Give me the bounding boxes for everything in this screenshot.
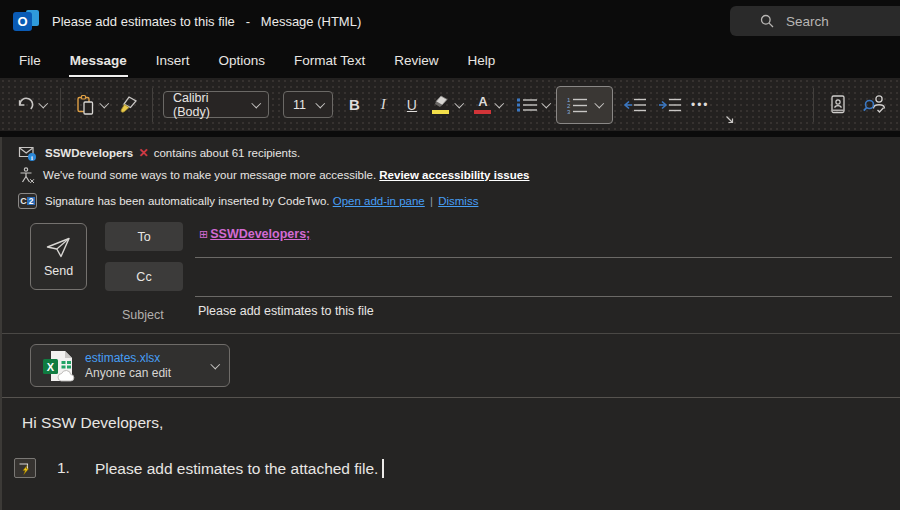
bold-button[interactable]: B: [349, 96, 360, 113]
undo-button[interactable]: [15, 95, 47, 115]
paste-button[interactable]: [74, 94, 108, 116]
window-title: Please add estimates to this file - Mess…: [52, 14, 361, 29]
font-color-button[interactable]: A: [474, 95, 503, 114]
highlighter-icon: [431, 95, 451, 114]
accessibility-icon: [18, 167, 35, 184]
search-box[interactable]: [730, 6, 900, 36]
font-size-select[interactable]: 11: [283, 91, 333, 118]
underline-button[interactable]: U: [405, 97, 419, 113]
svg-text:3: 3: [567, 108, 571, 114]
open-addin-pane-link[interactable]: Open add-in pane: [333, 195, 425, 207]
accessibility-text: We've found some ways to make your messa…: [43, 169, 376, 181]
font-name-select[interactable]: Calibri (Body): [163, 91, 269, 118]
clipboard-icon: [74, 94, 96, 116]
menu-tab-format-text[interactable]: Format Text: [293, 44, 366, 77]
list-item-text: Please add estimates to the attached fil…: [95, 459, 384, 478]
notice-area: i SSWDevelopers ✕ contains about 61 reci…: [2, 137, 900, 212]
subject-underline: [2, 333, 900, 334]
format-painter-button[interactable]: [117, 95, 139, 115]
signature-text: Signature has been automatically inserte…: [45, 195, 329, 207]
message-body-editor[interactable]: Hi SSW Developers, 1. Please add estimat…: [2, 398, 900, 510]
address-book-icon: [828, 94, 848, 115]
numbered-list-item: 1. Please add estimates to the attached …: [14, 458, 384, 478]
chevron-down-icon: [251, 98, 260, 107]
text-cursor: [382, 459, 384, 478]
bullet-list-icon: [516, 97, 538, 113]
increase-indent-button[interactable]: [658, 97, 682, 113]
dialog-launcher-button[interactable]: [724, 114, 735, 125]
to-button[interactable]: To: [105, 222, 183, 251]
attachment-filename: estimates.xlsx: [85, 351, 171, 366]
toolbar-separator: [60, 88, 61, 122]
error-x-icon: ✕: [138, 146, 148, 160]
recipient-group-name: SSWDevelopers: [45, 147, 133, 159]
highlight-color-button[interactable]: [431, 95, 463, 114]
undo-icon: [15, 95, 35, 115]
more-commands-button[interactable]: •••: [691, 98, 710, 112]
menu-tab-options[interactable]: Options: [218, 44, 267, 77]
ribbon-toolbar: Calibri (Body) 11 B I U A: [0, 78, 900, 131]
font-size-value: 11: [293, 98, 308, 112]
chevron-down-icon: [315, 98, 324, 107]
bullets-button[interactable]: [516, 97, 550, 113]
subject-input[interactable]: [196, 303, 630, 319]
numbered-list-icon: 1 2 3: [566, 96, 588, 114]
excel-file-icon: X: [42, 350, 76, 382]
send-plane-icon: [45, 236, 72, 259]
address-book-button[interactable]: [828, 94, 848, 115]
list-number: 1.: [57, 459, 70, 477]
svg-text:i: i: [31, 153, 33, 160]
to-recipient-chip[interactable]: ⊞SSWDevelopers;: [199, 227, 310, 241]
italic-button[interactable]: I: [378, 96, 389, 113]
search-icon: [760, 14, 774, 28]
decrease-indent-icon: [623, 97, 647, 113]
recipient-name[interactable]: SSWDevelopers;: [210, 227, 310, 241]
to-field-underline: [195, 257, 892, 258]
numbering-dropdown-chevron[interactable]: [595, 98, 604, 107]
bullets-dropdown-chevron[interactable]: [542, 98, 551, 107]
accessibility-notice: We've found some ways to make your messa…: [18, 164, 900, 186]
recipient-count-text: contains about 61 recipients.: [154, 147, 300, 159]
codetwo-icon: C2: [18, 193, 37, 209]
check-names-icon: [863, 94, 886, 115]
menu-tab-help[interactable]: Help: [466, 44, 496, 77]
numbering-button-active[interactable]: 1 2 3: [556, 86, 613, 124]
outlook-app-icon: O: [13, 9, 39, 34]
menu-tab-review[interactable]: Review: [393, 44, 439, 77]
font-color-icon: A: [474, 95, 491, 114]
menu-bar: File Message Insert Options Format Text …: [0, 42, 900, 78]
decrease-indent-button[interactable]: [623, 97, 647, 113]
send-button[interactable]: Send: [30, 223, 87, 290]
subject-label: Subject: [122, 308, 164, 322]
attachment-chip[interactable]: X estimates.xlsx Anyone can edit: [30, 344, 230, 387]
toolbar-separator: [813, 88, 814, 122]
autocorrect-options-button[interactable]: [14, 458, 36, 478]
attachment-dropdown-chevron[interactable]: [210, 359, 219, 368]
envelope-info-icon: i: [18, 145, 37, 162]
paste-dropdown-chevron[interactable]: [99, 98, 108, 107]
cc-field-underline: [195, 296, 892, 297]
expand-distribution-icon[interactable]: ⊞: [199, 228, 208, 240]
search-input[interactable]: [784, 13, 898, 30]
outlook-compose-window: O Please add estimates to this file - Me…: [0, 0, 900, 510]
menu-tab-insert[interactable]: Insert: [155, 44, 191, 77]
expand-corner-icon: [724, 114, 735, 125]
format-painter-icon: [117, 95, 139, 115]
highlight-dropdown-chevron[interactable]: [455, 98, 464, 107]
link-divider: |: [430, 195, 433, 207]
menu-tab-message[interactable]: Message: [69, 44, 128, 77]
menu-tab-file[interactable]: File: [18, 44, 42, 77]
review-accessibility-link[interactable]: Review accessibility issues: [379, 169, 529, 181]
title-bar: O Please add estimates to this file - Me…: [0, 0, 900, 42]
font-color-dropdown-chevron[interactable]: [495, 98, 504, 107]
recipient-count-notice: i SSWDevelopers ✕ contains about 61 reci…: [18, 142, 900, 164]
autocorrect-lightning-icon: [18, 462, 32, 475]
message-panel: i SSWDevelopers ✕ contains about 61 reci…: [0, 137, 900, 510]
send-label: Send: [44, 264, 73, 278]
greeting-text: Hi SSW Developers,: [22, 414, 163, 432]
svg-text:X: X: [47, 360, 55, 372]
check-names-button[interactable]: [863, 94, 886, 115]
dismiss-link[interactable]: Dismiss: [438, 195, 478, 207]
cc-button[interactable]: Cc: [105, 262, 183, 291]
undo-dropdown-chevron[interactable]: [39, 98, 48, 107]
